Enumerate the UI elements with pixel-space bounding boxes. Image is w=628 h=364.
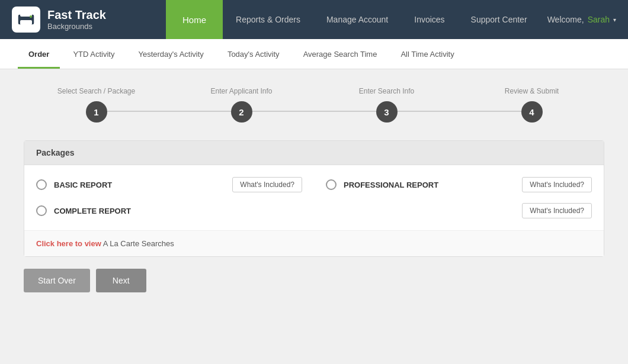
step-1-circle: 1 <box>86 101 107 123</box>
step-4-wrapper: Review & Submit 4 <box>459 87 604 123</box>
professional-whats-included-button[interactable]: What's Included? <box>522 177 592 192</box>
basic-report-radio[interactable] <box>36 179 47 190</box>
steps-container: Select Search / Package 1 Enter Applican… <box>24 87 604 123</box>
nav-welcome: Welcome, Sarah ▾ <box>547 15 616 24</box>
welcome-prefix: Welcome, <box>547 15 584 24</box>
step-4-label: Review & Submit <box>505 87 559 95</box>
tab-ytd[interactable]: YTD Activity <box>62 39 125 69</box>
svg-point-3 <box>30 15 32 18</box>
step-1-wrapper: Select Search / Package 1 <box>24 87 169 123</box>
start-over-button[interactable]: Start Over <box>24 269 90 292</box>
tab-avg-search[interactable]: Average Search Time <box>293 39 388 69</box>
step-3-circle: 3 <box>376 101 398 123</box>
alacarte-rest: A La Carte Searches <box>103 239 174 248</box>
main-content: Select Search / Package 1 Enter Applican… <box>0 69 628 310</box>
nav-invoices-link[interactable]: Invoices <box>401 0 457 39</box>
tab-yesterday[interactable]: Yesterday's Activity <box>127 39 214 69</box>
header: Fast Track Backgrounds Home Reports & Or… <box>0 0 628 39</box>
step-4-circle: 4 <box>521 101 543 123</box>
logo-area: Fast Track Backgrounds <box>12 7 166 33</box>
basic-whats-included-button[interactable]: What's Included? <box>232 177 302 192</box>
step-2-label: Enter Applicant Info <box>210 87 272 95</box>
nav-home-button[interactable]: Home <box>166 0 223 39</box>
buttons-row: Start Over Next <box>24 269 604 292</box>
packages-card: Packages BASIC REPORT What's Included? P… <box>24 140 604 257</box>
step-3-line <box>387 111 532 112</box>
packages-card-header: Packages <box>24 141 604 165</box>
professional-report-radio[interactable] <box>326 179 337 190</box>
tabs-bar: Order YTD Activity Yesterday's Activity … <box>0 39 628 69</box>
step-2-line <box>242 111 387 112</box>
chevron-down-icon[interactable]: ▾ <box>613 17 616 23</box>
username-label: Sarah <box>588 15 610 24</box>
packages-body: BASIC REPORT What's Included? PROFESSION… <box>24 165 604 230</box>
step-2-wrapper: Enter Applicant Info 2 <box>169 87 314 123</box>
step-2-circle: 2 <box>231 101 252 123</box>
nav-links: Reports & Orders Manage Account Invoices… <box>223 0 547 39</box>
nav-reports-link[interactable]: Reports & Orders <box>223 0 313 39</box>
professional-report-label: PROFESSIONAL REPORT <box>344 181 522 189</box>
logo-text: Fast Track Backgrounds <box>47 8 106 31</box>
nav-support-link[interactable]: Support Center <box>458 0 540 39</box>
svg-rect-2 <box>20 20 32 25</box>
step-3-label: Enter Search Info <box>359 87 414 95</box>
logo-sub: Backgrounds <box>47 22 106 31</box>
complete-whats-included-button[interactable]: What's Included? <box>522 203 592 218</box>
logo-brand: Fast Track <box>47 8 106 22</box>
step-3-wrapper: Enter Search Info 3 <box>314 87 459 123</box>
complete-report-label: COMPLETE REPORT <box>54 207 522 215</box>
logo-icon <box>12 7 40 33</box>
step-1-label: Select Search / Package <box>57 87 135 95</box>
step-1-line <box>97 111 242 112</box>
tab-all-time[interactable]: All Time Activity <box>390 39 464 69</box>
alacarte-link[interactable]: Click here to view <box>36 239 101 248</box>
tab-today[interactable]: Today's Activity <box>217 39 290 69</box>
alacarte-row: Click here to view A La Carte Searches <box>24 230 604 256</box>
nav-manage-link[interactable]: Manage Account <box>313 0 401 39</box>
basic-report-label: BASIC REPORT <box>54 181 232 189</box>
complete-report-radio[interactable] <box>36 205 47 216</box>
next-button[interactable]: Next <box>96 269 146 292</box>
tab-order[interactable]: Order <box>18 39 60 69</box>
